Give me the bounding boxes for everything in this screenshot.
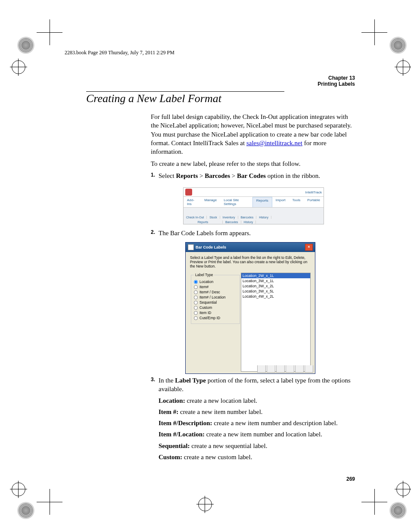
dialog-toolbar xyxy=(257,365,313,373)
nav-last-icon[interactable] xyxy=(295,365,304,373)
radio-custemp[interactable] xyxy=(194,316,198,320)
step-3-and-descriptions: 3.In the Label Type portion of the form,… xyxy=(151,376,355,461)
nav-first-icon[interactable] xyxy=(257,365,266,373)
radio-custom[interactable] xyxy=(194,306,198,310)
tab-import[interactable]: Import xyxy=(272,197,289,207)
radio-itemid[interactable] xyxy=(194,311,198,315)
ribbon-screenshot: IntelliTrack Add-Ins Manage Local Site S… xyxy=(183,187,324,224)
tab-portable[interactable]: Portable xyxy=(304,197,324,207)
label-type-group: Label Type Location Item# Item# / Desc I… xyxy=(191,273,240,324)
brand-label: IntelliTrack xyxy=(305,190,322,194)
list-item[interactable]: Location_2W_x_1L xyxy=(241,273,310,278)
chapter-header: Chapter 13 Printing Labels xyxy=(318,75,355,87)
dialog-titlebar: Bar Code Labels × xyxy=(186,243,315,252)
chapter-title: Printing Labels xyxy=(318,81,355,87)
page-number: 269 xyxy=(346,476,355,482)
group-history[interactable]: History xyxy=(256,216,271,219)
dialog-icon xyxy=(188,244,194,250)
list-item[interactable]: Location_4W_x_2L xyxy=(241,294,310,299)
header-running-line: 2283.book Page 269 Thursday, July 7, 201… xyxy=(65,50,174,56)
dialog-instructions: Select a Label Type and a label from the… xyxy=(190,255,311,268)
section-title: Creating a New Label Format xyxy=(86,92,221,105)
label-list[interactable]: Location_2W_x_1L Location_3W_x_1L Locati… xyxy=(241,273,311,372)
delete-icon[interactable] xyxy=(276,365,285,373)
sales-email-link[interactable]: sales@intellitrack.net xyxy=(246,140,302,146)
tab-tools[interactable]: Tools xyxy=(289,197,304,207)
radio-item[interactable] xyxy=(194,285,198,289)
barcode-labels-dialog: Bar Code Labels × Select a Label Type an… xyxy=(185,242,315,374)
radio-sequential[interactable] xyxy=(194,301,198,305)
list-item[interactable]: Location_3W_x_1L xyxy=(241,278,310,283)
intro-paragraph: For full label design capability, the Ch… xyxy=(151,112,355,156)
close-icon[interactable]: × xyxy=(305,244,313,251)
new-icon[interactable] xyxy=(305,365,313,373)
step-1: 1.Select Reports > Barcodes > Bar Codes … xyxy=(151,171,355,182)
chapter-number: Chapter 13 xyxy=(318,75,355,81)
radio-item-desc[interactable] xyxy=(194,290,198,294)
radio-item-loc[interactable] xyxy=(194,296,198,299)
list-item[interactable]: Location_3W_x_2L xyxy=(241,283,310,289)
nav-next-icon[interactable] xyxy=(286,365,294,373)
radio-location[interactable] xyxy=(194,280,198,284)
nav-prev-icon[interactable] xyxy=(267,365,275,373)
lead-in-paragraph: To create a new label, please refer to t… xyxy=(151,159,355,168)
app-logo-icon xyxy=(185,189,192,196)
title-rule xyxy=(86,91,284,92)
step-2: 2.The Bar Code Labels form appears. xyxy=(151,229,355,239)
list-item[interactable]: Location_3W_x_5L xyxy=(241,289,310,294)
